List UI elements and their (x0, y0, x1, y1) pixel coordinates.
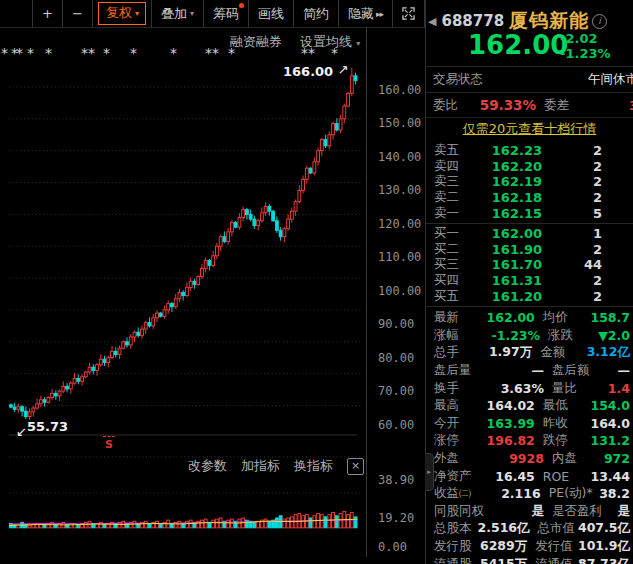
event-marker-icon[interactable]: * (88, 48, 95, 58)
sell-queue-row[interactable]: 卖五162.232 (426, 143, 633, 159)
event-marker-icon[interactable]: * (1, 48, 8, 58)
queue-price: 162.15 (468, 206, 542, 221)
quote-panel: ◀ 688778 厦钨新能 i 162.00 -2.02 -1.23% 交易状态… (426, 0, 633, 564)
switch-indicator-button[interactable]: 换指标 (294, 457, 333, 475)
arrow-up-right-icon: ↗ (338, 62, 349, 77)
field-label: 今开 (434, 415, 485, 432)
event-marker-icon[interactable]: * (228, 48, 235, 58)
detail-row: 流通股5415万流通值87.73亿 (426, 555, 633, 564)
simple-mode-button[interactable]: 简约 (293, 0, 338, 27)
field-value: 38.2 (599, 486, 633, 501)
field-value: 2.116 (488, 486, 540, 501)
field-value: 6289万 (480, 538, 527, 555)
stock-app-window: + − 复权▾ 叠加▾ 筹码 画线 简约 隐藏▸▸ 融资融券 设置均线 ▾ 16… (0, 0, 633, 564)
weicha-value: 3 (569, 98, 633, 113)
zoom-in-button[interactable]: + (32, 0, 62, 27)
buy-queue-row[interactable]: 买一162.001 (426, 226, 633, 242)
field-value: 196.82 (485, 433, 534, 448)
field-label: 是否盈利 (552, 503, 604, 520)
weibi-value: 59.33% (458, 97, 536, 113)
axis-tick-label: 19.20 (378, 511, 424, 525)
axis-tick-label: 80.00 (378, 351, 424, 365)
kline-chart-canvas[interactable]: 融资融券 设置均线 ▾ 160.00150.00140.00130.00120.… (0, 27, 425, 564)
field-label: 盘后额 (552, 362, 604, 379)
axis-tick-label: 38.90 (378, 473, 424, 487)
field-label: 内盘 (552, 450, 604, 467)
queue-divider (426, 306, 633, 307)
sell-queue-row[interactable]: 卖四162.202 (426, 159, 633, 175)
overlay-button[interactable]: 叠加▾ (151, 0, 203, 27)
buy-queue-row[interactable]: 买三161.7044 (426, 257, 633, 273)
field-label: 跌停 (543, 432, 591, 449)
detail-row: 换手3.63%量比1.4 (426, 379, 633, 397)
add-indicator-button[interactable]: 加指标 (241, 457, 280, 475)
sell-queue: 卖五162.232卖四162.202卖三162.192卖二162.182卖一16… (426, 143, 633, 221)
field-value: 158.7 (590, 310, 633, 325)
field-label: 总市值 (538, 520, 578, 537)
field-label: 最新 (434, 309, 485, 326)
queue-price: 161.20 (468, 289, 542, 304)
field-value: 是 (490, 503, 544, 520)
event-marker-icon[interactable]: * (45, 48, 52, 58)
draw-line-button[interactable]: 画线 (248, 0, 293, 27)
close-indicator-icon[interactable]: × (347, 458, 364, 475)
field-label: 流通股 (434, 556, 480, 564)
event-marker-icon[interactable]: * (130, 48, 137, 58)
field-value: 9928 (490, 451, 544, 466)
price-change: -2.02 -1.23% (560, 31, 611, 61)
detail-row: 收益㈡2.116PE(动)*38.2 (426, 485, 633, 503)
event-marker-icon[interactable]: * (301, 48, 308, 58)
event-marker-icon[interactable]: * (81, 48, 88, 58)
event-marker-icon[interactable]: * (308, 48, 315, 58)
field-label: 涨停 (434, 432, 485, 449)
candlestick-plot (0, 27, 374, 564)
info-icon[interactable]: i (592, 14, 607, 29)
chart-toolbar: + − 复权▾ 叠加▾ 筹码 画线 简约 隐藏▸▸ (0, 0, 425, 28)
fullscreen-button[interactable] (392, 0, 425, 27)
stock-code: 688778 (441, 12, 504, 30)
event-marker-icon[interactable]: * (331, 48, 338, 58)
axis-tick-label: 0.00 (378, 540, 424, 554)
level2-promo-link[interactable]: 仅需20元查看十档行情 (426, 118, 633, 140)
queue-label: 买五 (434, 288, 468, 305)
queue-label: 卖二 (434, 189, 468, 206)
queue-price: 161.70 (468, 257, 542, 272)
event-marker-icon[interactable]: * (212, 48, 219, 58)
detail-row: 净资产16.45ROE13.44 (426, 467, 633, 485)
sell-queue-row[interactable]: 卖一162.155 (426, 205, 633, 221)
back-arrow-icon[interactable]: ◀ (428, 15, 436, 28)
event-marker-icon[interactable]: * (16, 48, 23, 58)
field-label: 流通值 (535, 556, 578, 564)
minus-icon: − (72, 6, 83, 21)
field-value: 2.516亿 (478, 520, 530, 537)
axis-tick-label: 110.00 (378, 250, 424, 264)
field-value: 是 (604, 503, 633, 520)
event-marker-icon[interactable]: * (27, 48, 34, 58)
buy-queue-row[interactable]: 买四161.312 (426, 273, 633, 289)
change-params-button[interactable]: 改参数 (188, 457, 227, 475)
event-marker-icon[interactable]: * (170, 48, 177, 58)
field-label: 量比 (552, 380, 604, 397)
sell-signal-marker: S (103, 436, 115, 451)
buy-queue-row[interactable]: 买二161.902 (426, 242, 633, 258)
event-marker-icon[interactable]: * (103, 48, 110, 58)
field-value: 154.0 (590, 398, 633, 413)
sell-queue-row[interactable]: 卖二162.182 (426, 190, 633, 206)
buy-queue-row[interactable]: 买五161.202 (426, 288, 633, 304)
queue-volume: 44 (542, 257, 602, 272)
queue-label: 卖一 (434, 205, 468, 222)
buy-queue: 买一162.001买二161.902买三161.7044买四161.312买五1… (426, 226, 633, 304)
quote-header: ◀ 688778 厦钨新能 i 162.00 -2.02 -1.23% (426, 0, 633, 67)
chip-distribution-button[interactable]: 筹码 (203, 0, 248, 27)
field-value: 101.9亿 (578, 538, 633, 555)
sell-queue-row[interactable]: 卖三162.192 (426, 174, 633, 190)
field-value: 162.00 (485, 310, 534, 325)
hide-button[interactable]: 隐藏▸▸ (338, 0, 392, 27)
adjust-price-button[interactable]: 复权▾ (92, 0, 151, 27)
field-label: 总手 (434, 344, 484, 361)
zoom-out-button[interactable]: − (62, 0, 92, 27)
axis-tick-label: 130.00 (378, 183, 424, 197)
field-value: 164.0 (590, 416, 633, 431)
event-marker-icon[interactable]: * (205, 48, 212, 58)
queue-price: 162.19 (468, 174, 542, 189)
